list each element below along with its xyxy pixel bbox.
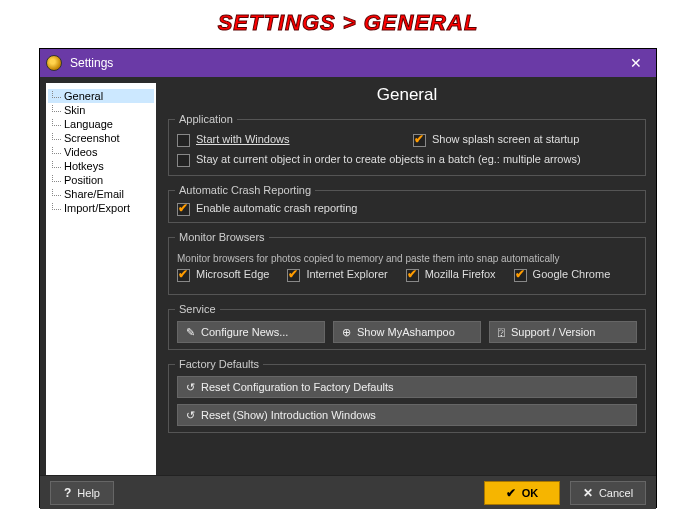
btn-label: Configure News...: [201, 326, 288, 338]
btn-reset-intro[interactable]: ↺ Reset (Show) Introduction Windows: [177, 404, 637, 426]
plus-circle-icon: ⊕: [342, 326, 351, 339]
group-service: Service ✎ Configure News... ⊕ Show MyAsh…: [168, 303, 646, 350]
monitor-hint: Monitor browsers for photos copied to me…: [177, 253, 637, 264]
btn-show-myashampoo[interactable]: ⊕ Show MyAshampoo: [333, 321, 481, 343]
sidebar-item-general[interactable]: General: [48, 89, 154, 103]
checkbox-label: Google Chrome: [533, 268, 611, 281]
sidebar-item-hotkeys[interactable]: Hotkeys: [48, 159, 154, 173]
page-title: General: [168, 85, 646, 105]
checkbox-label: Show splash screen at startup: [432, 133, 579, 146]
checkbox-label: Mozilla Firefox: [425, 268, 496, 281]
sidebar-item-language[interactable]: Language: [48, 117, 154, 131]
btn-label: Show MyAshampoo: [357, 326, 455, 338]
checkbox-icon: [406, 269, 419, 282]
checkbox-icon: [177, 134, 190, 147]
close-icon: ✕: [630, 55, 642, 71]
btn-label: Support / Version: [511, 326, 595, 338]
group-monitor-browsers: Monitor Browsers Monitor browsers for ph…: [168, 231, 646, 295]
checkbox-icon: [177, 203, 190, 216]
checkbox-icon: [177, 154, 190, 167]
help-icon: ?: [64, 486, 71, 500]
group-monitor-legend: Monitor Browsers: [175, 231, 269, 243]
app-icon: [46, 55, 62, 71]
btn-reset-config[interactable]: ↺ Reset Configuration to Factory Default…: [177, 376, 637, 398]
btn-label: Help: [77, 487, 100, 499]
sidebar-item-share-email[interactable]: Share/Email: [48, 187, 154, 201]
cancel-button[interactable]: ✕ Cancel: [570, 481, 646, 505]
checkbox-start-with-windows[interactable]: Start with Windows: [177, 133, 401, 147]
breadcrumb-banner: SETTINGS > GENERAL: [0, 0, 696, 44]
checkbox-firefox[interactable]: Mozilla Firefox: [406, 268, 496, 282]
titlebar: Settings ✕: [40, 49, 656, 77]
checkbox-ie[interactable]: Internet Explorer: [287, 268, 387, 282]
btn-label: OK: [522, 487, 539, 499]
checkbox-label: Enable automatic crash reporting: [196, 202, 357, 215]
sidebar-item-videos[interactable]: Videos: [48, 145, 154, 159]
x-icon: ✕: [583, 486, 593, 500]
check-icon: ✔: [506, 486, 516, 500]
content-panel: General Application Start with Windows S…: [156, 77, 656, 475]
btn-label: Cancel: [599, 487, 633, 499]
checkbox-label: Stay at current object in order to creat…: [196, 153, 581, 166]
checkbox-show-splash[interactable]: Show splash screen at startup: [413, 133, 637, 153]
help-button[interactable]: ? Help: [50, 481, 114, 505]
pencil-icon: ✎: [186, 326, 195, 339]
sidebar-item-skin[interactable]: Skin: [48, 103, 154, 117]
group-crash: Automatic Crash Reporting Enable automat…: [168, 184, 646, 223]
ok-button[interactable]: ✔ OK: [484, 481, 560, 505]
checkbox-edge[interactable]: Microsoft Edge: [177, 268, 269, 282]
window-title: Settings: [70, 56, 113, 70]
btn-support-version[interactable]: ⍰ Support / Version: [489, 321, 637, 343]
checkbox-label: Start with Windows: [196, 133, 290, 146]
settings-window: Settings ✕ General Skin Language Screens…: [39, 48, 657, 508]
group-service-legend: Service: [175, 303, 220, 315]
sidebar-item-screenshot[interactable]: Screenshot: [48, 131, 154, 145]
checkbox-chrome[interactable]: Google Chrome: [514, 268, 611, 288]
question-circle-icon: ⍰: [498, 326, 505, 338]
sidebar-item-import-export[interactable]: Import/Export: [48, 201, 154, 215]
undo-icon: ↺: [186, 409, 195, 422]
checkbox-label: Microsoft Edge: [196, 268, 269, 281]
group-factory-defaults: Factory Defaults ↺ Reset Configuration t…: [168, 358, 646, 433]
checkbox-label: Internet Explorer: [306, 268, 387, 281]
checkbox-enable-crash-reporting[interactable]: Enable automatic crash reporting: [177, 202, 637, 216]
group-application-legend: Application: [175, 113, 237, 125]
sidebar: General Skin Language Screenshot Videos …: [46, 83, 156, 475]
checkbox-icon: [177, 269, 190, 282]
checkbox-icon: [287, 269, 300, 282]
group-application: Application Start with Windows Show spla…: [168, 113, 646, 176]
group-crash-legend: Automatic Crash Reporting: [175, 184, 315, 196]
btn-label: Reset Configuration to Factory Defaults: [201, 381, 394, 393]
checkbox-icon: [413, 134, 426, 147]
btn-label: Reset (Show) Introduction Windows: [201, 409, 376, 421]
close-button[interactable]: ✕: [622, 51, 650, 75]
btn-configure-news[interactable]: ✎ Configure News...: [177, 321, 325, 343]
checkbox-icon: [514, 269, 527, 282]
footer: ? Help ✔ OK ✕ Cancel: [40, 475, 656, 509]
checkbox-stay-at-object[interactable]: Stay at current object in order to creat…: [177, 153, 637, 167]
undo-icon: ↺: [186, 381, 195, 394]
sidebar-item-position[interactable]: Position: [48, 173, 154, 187]
group-factory-legend: Factory Defaults: [175, 358, 263, 370]
